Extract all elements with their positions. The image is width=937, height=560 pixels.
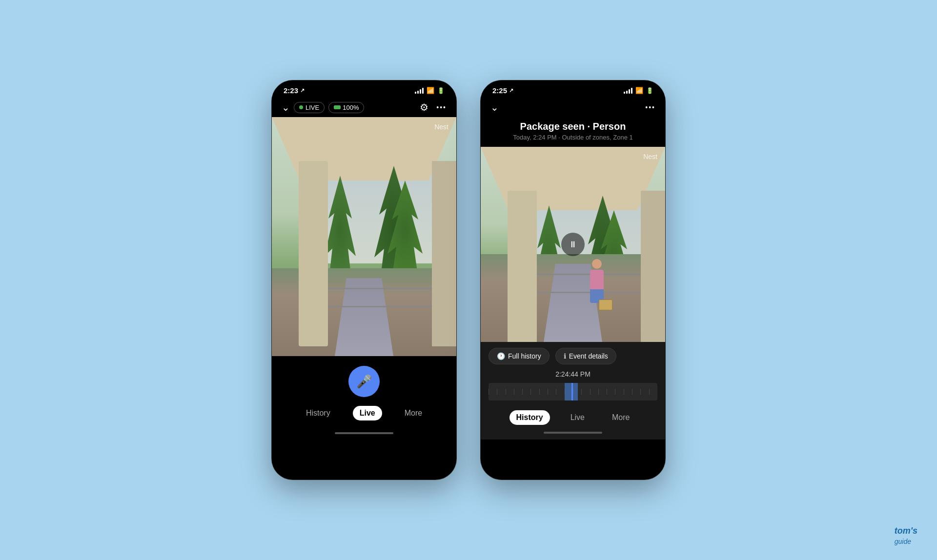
tick-16	[615, 389, 623, 395]
phones-container: 2:23 ↗ 📶 🔋 ⌄ LIVE	[271, 80, 666, 480]
tick-13	[590, 389, 598, 395]
bar3	[420, 89, 421, 94]
tick-4	[514, 389, 522, 395]
info-icon: ℹ	[564, 352, 566, 360]
header-right-1: ⚙ •••	[420, 101, 447, 113]
camera-scene-2: ⏸ Nest	[481, 147, 665, 342]
phone-2-event: 2:25 ↗ 📶 🔋 ⌄ ••• Package seen · Person	[480, 80, 666, 480]
porch-column-right-2	[641, 191, 665, 342]
time-display-2: 2:25	[492, 86, 507, 95]
wifi-icon-1: 📶	[427, 87, 434, 94]
tab-history-1[interactable]: History	[299, 406, 337, 420]
pause-icon: ⏸	[569, 240, 577, 250]
bar1-2	[624, 92, 625, 94]
tab-more-2[interactable]: More	[605, 410, 636, 425]
signal-bars-2	[624, 88, 632, 94]
toms-guide-line2: guide	[895, 538, 911, 545]
person-head	[592, 259, 602, 269]
bottom-panel-2: 🕐 Full history ℹ Event details 2:24:44 P…	[481, 342, 665, 440]
tab-live-2[interactable]: Live	[564, 410, 591, 425]
chevron-down-icon-1[interactable]: ⌄	[282, 101, 290, 113]
tick-6	[530, 389, 539, 395]
wifi-icon-2: 📶	[635, 87, 643, 94]
tick-18	[632, 389, 640, 395]
tick-5	[522, 389, 530, 395]
home-indicator-2	[544, 432, 602, 434]
gear-icon-1[interactable]: ⚙	[420, 101, 428, 113]
tick-2	[497, 389, 505, 395]
mic-icon-1: 🎤	[356, 374, 372, 389]
full-history-button[interactable]: 🕐 Full history	[489, 348, 550, 364]
bar4	[422, 88, 424, 94]
tick-7	[539, 389, 548, 395]
header-left-1: ⌄ LIVE 100%	[282, 101, 364, 113]
status-time-1: 2:23 ↗	[284, 86, 305, 95]
phone-1-live: 2:23 ↗ 📶 🔋 ⌄ LIVE	[271, 80, 457, 480]
porch-column-right-1	[432, 161, 456, 346]
home-indicator-1	[335, 432, 393, 434]
bar4-2	[631, 88, 632, 94]
timeline-bar[interactable]	[489, 383, 657, 400]
nest-logo-2: Nest	[643, 153, 657, 160]
tick-19	[640, 389, 649, 395]
time-display-1: 2:23	[284, 86, 298, 95]
tick-9	[556, 389, 564, 395]
person-body	[590, 270, 604, 289]
status-bar-2: 2:25 ↗ 📶 🔋	[481, 80, 665, 98]
mic-button-1[interactable]: 🎤	[348, 366, 380, 397]
nav-tabs-2: History Live More	[489, 406, 657, 429]
camera-feed-1: Nest	[272, 117, 456, 356]
package-box	[599, 300, 612, 310]
toms-guide-line1: tom's	[895, 526, 917, 536]
nav-tabs-1: History Live More	[299, 402, 429, 424]
more-dots-icon-2[interactable]: •••	[645, 103, 655, 111]
live-dot-1	[299, 105, 303, 109]
tick-8	[548, 389, 556, 395]
porch-column-left-2	[508, 191, 537, 342]
person-figure	[587, 259, 607, 303]
full-history-label: Full history	[508, 352, 541, 360]
status-bar-1: 2:23 ↗ 📶 🔋	[272, 80, 456, 98]
battery-icon-2: 🔋	[646, 87, 653, 94]
pause-overlay[interactable]: ⏸	[561, 233, 585, 256]
event-title-area: Package seen · Person Today, 2:24 PM · O…	[481, 117, 665, 147]
bottom-controls-1: 🎤 History Live More	[272, 356, 456, 440]
tab-more-1[interactable]: More	[398, 406, 429, 420]
chevron-down-icon-2[interactable]: ⌄	[490, 101, 499, 113]
signal-bars-1	[415, 88, 424, 94]
toms-guide-watermark: tom's guide	[895, 526, 917, 546]
event-title: Package seen · Person	[489, 121, 657, 132]
nest-logo-1: Nest	[434, 123, 448, 131]
bar2-2	[626, 91, 628, 94]
header-bar-1: ⌄ LIVE 100% ⚙ •••	[272, 98, 456, 117]
tab-history-2[interactable]: History	[509, 410, 550, 425]
bar2	[417, 91, 419, 94]
more-dots-icon-1[interactable]: •••	[436, 103, 447, 111]
battery-icon-1: 🔋	[437, 87, 445, 94]
tick-17	[624, 389, 632, 395]
tick-15	[607, 389, 615, 395]
battery-badge-1: 100%	[328, 102, 364, 113]
bar1	[415, 92, 416, 94]
live-badge-1: LIVE	[294, 102, 325, 113]
tick-20	[649, 389, 657, 395]
timeline-cursor	[571, 383, 573, 400]
timestamp-label: 2:24:44 PM	[489, 370, 657, 378]
location-arrow-2: ↗	[509, 87, 513, 94]
status-icons-2: 📶 🔋	[624, 87, 653, 94]
status-time-2: 2:25 ↗	[492, 86, 513, 95]
status-icons-1: 📶 🔋	[415, 87, 445, 94]
tab-live-1[interactable]: Live	[353, 406, 382, 420]
event-subtitle: Today, 2:24 PM · Outside of zones, Zone …	[489, 134, 657, 141]
battery-percent-1: 100%	[343, 104, 359, 111]
camera-feed-2: ⏸ Nest	[481, 147, 665, 342]
event-details-button[interactable]: ℹ Event details	[555, 348, 616, 364]
tick-14	[598, 389, 607, 395]
clock-icon: 🕐	[497, 352, 505, 360]
camera-scene-1: Nest	[272, 117, 456, 356]
bar3-2	[629, 89, 630, 94]
event-details-label: Event details	[569, 352, 608, 360]
porch-column-left-1	[299, 161, 328, 346]
tick-3	[506, 389, 514, 395]
battery-icon-small-1	[334, 105, 341, 109]
